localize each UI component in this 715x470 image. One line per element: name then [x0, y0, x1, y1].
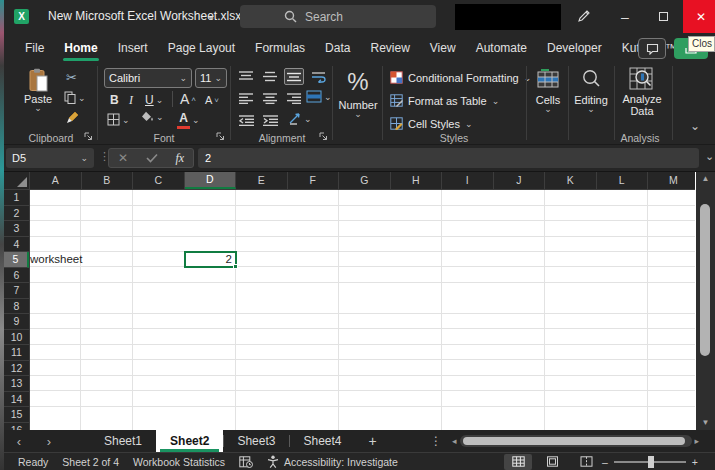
cancel-icon[interactable]: ✕	[118, 151, 128, 165]
tab-file[interactable]: File	[16, 36, 53, 60]
close-button[interactable]: ✕	[683, 0, 715, 33]
row-header-9[interactable]: 9	[4, 314, 29, 330]
row-header-16[interactable]: 16	[4, 423, 29, 431]
sheet-tab-sheet4[interactable]: Sheet4	[289, 430, 355, 452]
cells-group-button[interactable]: Cells ⌄	[530, 69, 566, 112]
insert-function-button[interactable]: fx	[175, 151, 184, 166]
scroll-down-icon[interactable]: ▼	[696, 416, 715, 430]
cells-chevron-down-icon[interactable]: ⌄	[544, 106, 552, 112]
page-break-view-button[interactable]	[572, 454, 600, 470]
workbook-statistics-button[interactable]: Workbook Statistics	[133, 456, 225, 468]
editing-chevron-down-icon[interactable]: ⌄	[587, 106, 595, 112]
select-all-corner[interactable]	[4, 172, 30, 190]
underline-chevron-down-icon[interactable]: ⌄	[156, 97, 164, 103]
cell-d5-selected[interactable]: 2	[184, 251, 237, 268]
row-header-12[interactable]: 12	[4, 361, 29, 377]
name-box-chevron-down-icon[interactable]: ⌄	[80, 155, 88, 161]
row-header-1[interactable]: 1	[4, 190, 29, 206]
expand-formula-bar-chevron-icon[interactable]: ⌄	[705, 153, 714, 159]
tab-view[interactable]: View	[421, 36, 465, 60]
italic-button[interactable]: I	[129, 93, 133, 108]
horizontal-scrollbar[interactable]: ◂ ▸	[452, 434, 708, 448]
copy-button[interactable]: ⌄	[64, 91, 86, 104]
sheet-tab-sheet2[interactable]: Sheet2	[156, 430, 223, 452]
column-header-l[interactable]: L	[597, 172, 649, 189]
row-header-11[interactable]: 11	[4, 345, 29, 361]
horizontal-scroll-track[interactable]	[460, 435, 692, 447]
maximize-button[interactable]	[645, 0, 681, 33]
font-name-combo[interactable]: Calibri ⌄	[104, 68, 192, 88]
scroll-up-icon[interactable]: ▲	[696, 172, 715, 186]
cell-styles-button[interactable]: Cell Styles ⌄	[390, 117, 473, 130]
tab-home[interactable]: Home	[55, 36, 106, 60]
row-header-5[interactable]: 5	[4, 252, 29, 268]
wrap-text-button[interactable]	[308, 68, 328, 85]
tab-data[interactable]: Data	[316, 36, 359, 60]
pen-mode-button[interactable]	[565, 0, 601, 33]
fill-color-button[interactable]: ⌄	[141, 111, 164, 122]
editing-group-button[interactable]: Editing ⌄	[570, 69, 612, 112]
number-chevron-down-icon[interactable]: ⌄	[354, 111, 362, 117]
scroll-left-icon[interactable]: ◂	[452, 436, 457, 446]
zoom-slider[interactable]	[614, 461, 686, 463]
conditional-formatting-button[interactable]: Conditional Formatting ⌄	[390, 71, 531, 84]
row-header-8[interactable]: 8	[4, 299, 29, 315]
column-header-j[interactable]: J	[494, 172, 546, 189]
middle-align-button[interactable]	[260, 68, 280, 85]
format-painter-button[interactable]	[65, 111, 79, 125]
vertical-scrollbar[interactable]: ▲ ▼	[696, 172, 715, 430]
tab-review[interactable]: Review	[361, 36, 418, 60]
column-header-e[interactable]: E	[236, 172, 288, 189]
horizontal-scroll-thumb[interactable]	[463, 437, 685, 445]
alignment-dialog-launcher[interactable]	[319, 132, 328, 141]
borders-button[interactable]: ⌄	[107, 113, 130, 126]
zoom-slider-thumb[interactable]	[648, 456, 654, 468]
top-align-button[interactable]	[236, 68, 256, 85]
name-box[interactable]: D5 ⌄	[6, 148, 94, 168]
paste-chevron-down-icon[interactable]: ⌄	[34, 105, 42, 111]
column-header-c[interactable]: C	[133, 172, 185, 189]
align-left-button[interactable]	[236, 90, 256, 107]
cell-c5[interactable]: worksheet	[30, 252, 81, 267]
tab-page-layout[interactable]: Page Layout	[159, 36, 244, 60]
column-header-a[interactable]: A	[30, 172, 82, 189]
new-sheet-button[interactable]: +	[356, 430, 390, 452]
column-header-d[interactable]: D	[185, 172, 237, 189]
font-size-chevron-down-icon[interactable]: ⌄	[214, 75, 222, 81]
align-right-button[interactable]	[284, 90, 304, 107]
column-header-i[interactable]: I	[442, 172, 494, 189]
format-as-table-chevron-down-icon[interactable]: ⌄	[492, 98, 500, 104]
row-header-4[interactable]: 4	[4, 237, 29, 253]
normal-view-button[interactable]	[504, 454, 532, 470]
copy-chevron-down-icon[interactable]: ⌄	[78, 95, 86, 101]
column-header-h[interactable]: H	[391, 172, 443, 189]
tab-automate[interactable]: Automate	[467, 36, 536, 60]
previous-sheet-chevron-icon[interactable]: ‹	[4, 430, 34, 452]
row-header-2[interactable]: 2	[4, 206, 29, 222]
increase-indent-button[interactable]	[260, 112, 280, 129]
orientation-button[interactable]: ⌄	[288, 112, 312, 125]
row-header-15[interactable]: 15	[4, 407, 29, 423]
search-box[interactable]: Search	[240, 5, 436, 28]
collapse-ribbon-chevron-icon[interactable]: ⌄	[690, 123, 700, 129]
sheet-options-dots-icon[interactable]: ⋮	[430, 430, 442, 452]
cut-button[interactable]: ✂	[66, 70, 77, 85]
enter-check-icon[interactable]	[146, 153, 158, 163]
row-header-13[interactable]: 13	[4, 376, 29, 392]
clipboard-dialog-launcher[interactable]	[84, 132, 93, 141]
row-header-7[interactable]: 7	[4, 283, 29, 299]
page-layout-view-button[interactable]	[538, 454, 566, 470]
scroll-right-icon[interactable]: ▸	[695, 436, 700, 446]
font-dialog-launcher[interactable]	[216, 132, 225, 141]
decrease-indent-button[interactable]	[236, 112, 256, 129]
cells-area[interactable]: worksheet 2	[30, 190, 695, 430]
row-header-14[interactable]: 14	[4, 392, 29, 408]
analyze-data-button[interactable]: Analyze Data	[616, 67, 668, 117]
font-color-chevron-down-icon[interactable]: ⌄	[192, 117, 200, 123]
underline-button[interactable]: U ⌄	[145, 93, 163, 107]
row-header-3[interactable]: 3	[4, 221, 29, 237]
zoom-out-icon[interactable]: –	[602, 456, 608, 468]
increase-font-size-button[interactable]: A˄	[180, 91, 196, 107]
column-header-k[interactable]: K	[545, 172, 597, 189]
bottom-align-button[interactable]	[284, 68, 304, 85]
